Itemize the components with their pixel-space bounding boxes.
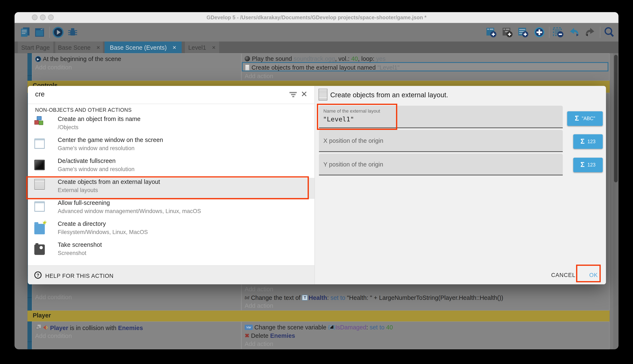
toolbar — [15, 23, 618, 42]
tab-label: Level1 — [188, 44, 206, 51]
game-window-icon — [34, 138, 45, 149]
ok-button[interactable]: OK — [589, 272, 598, 278]
debug-icon[interactable] — [67, 27, 78, 38]
external-layout-icon — [245, 64, 249, 70]
sigma-icon: Σ — [580, 161, 585, 169]
events-editor-icon[interactable] — [19, 27, 31, 38]
scrollbar-thumb[interactable] — [614, 55, 618, 182]
search-icon[interactable] — [604, 27, 615, 38]
tab-label: Start Page — [21, 44, 50, 51]
group-bar-player[interactable]: Player — [28, 310, 610, 322]
add-condition-link[interactable]: Add condition — [35, 332, 72, 339]
add-event-icon[interactable] — [486, 27, 497, 38]
toolbar-divider — [600, 27, 600, 38]
field-external-layout-name[interactable]: Name of the external layout "Level1" — [319, 106, 563, 128]
tab-label: Base Scene (Events) — [110, 44, 167, 51]
expression-builder-123-button[interactable]: Σ 123 — [573, 134, 602, 149]
event-action-change-text[interactable]: txtChange the text of THealth: set to "H… — [245, 294, 503, 301]
game-window-icon — [34, 201, 45, 212]
action-list: Create an object from its name /Objects … — [28, 115, 314, 262]
scene-editor-icon[interactable] — [34, 27, 45, 38]
event-action-create-external[interactable]: Create objects from the external layout … — [245, 63, 400, 71]
delete-cross-icon: ✖ — [245, 332, 249, 339]
scene-variable-icon — [330, 325, 334, 329]
list-item-create-directory[interactable]: ★ Create a directory Filesystem/Windows,… — [28, 220, 314, 241]
variable-icon: Var — [245, 324, 253, 330]
external-layout-icon — [34, 179, 45, 190]
add-action-link[interactable]: Add action — [245, 302, 273, 309]
tab-start-page[interactable]: Start Page — [18, 42, 53, 53]
list-item-allow-fullscreening[interactable]: Allow full-screening Advanced window man… — [28, 199, 314, 220]
list-item-create-from-external-layout[interactable]: Create objects from an external layout E… — [28, 178, 314, 199]
field-y-position[interactable]: Y position of the origin — [319, 154, 563, 176]
tab-level1[interactable]: Level1 ✕ — [185, 42, 219, 53]
sigma-icon: Σ — [580, 138, 585, 146]
tab-label: Base Scene — [58, 44, 91, 51]
toolbar-divider — [49, 27, 50, 38]
search-input[interactable]: cre — [35, 90, 45, 98]
toolbar-divider — [549, 27, 549, 38]
help-icon[interactable]: ? — [34, 272, 42, 279]
selected-action-row[interactable]: Create objects from the external layout … — [242, 62, 608, 71]
expression-builder-123-button[interactable]: Σ 123 — [573, 158, 602, 172]
tab-base-scene[interactable]: Base Scene ✕ — [55, 42, 103, 53]
action-list-panel: cre ✕ NON-OBJECTS AND OTHER ACTIONS Crea… — [28, 86, 314, 284]
add-comment-icon[interactable] — [518, 27, 529, 38]
add-subevent-icon[interactable] — [502, 27, 513, 38]
play-icon[interactable] — [53, 27, 64, 38]
add-condition-link[interactable]: Add condition — [35, 294, 72, 300]
dialog-footer: ? HELP FOR THIS ACTION — [28, 266, 314, 284]
begin-scene-icon: ▶ — [35, 56, 41, 62]
event-action-delete[interactable]: ✖Delete Enemies — [245, 332, 295, 339]
add-action-link[interactable]: Add action — [245, 72, 273, 80]
dialog-actions: CANCEL OK — [551, 272, 598, 278]
tab-close-icon[interactable]: ✕ — [96, 45, 100, 50]
tab-close-icon[interactable]: ✕ — [172, 45, 176, 50]
txt-icon: txt — [245, 295, 249, 300]
screenshot-stage: GDevelop 5 - /Users/dkarakay/Documents/G… — [0, 0, 633, 364]
add-action-link[interactable]: Add action — [245, 286, 273, 292]
filter-icon[interactable] — [289, 92, 297, 98]
field-x-position[interactable]: X position of the origin — [319, 130, 563, 152]
folder-icon: ★ — [34, 224, 45, 234]
undo-icon[interactable] — [569, 27, 580, 38]
list-item-fullscreen[interactable]: De/activate fullscreen Game's window and… — [28, 157, 314, 178]
sigma-icon: Σ — [575, 114, 579, 122]
list-item-take-screenshot[interactable]: Take screenshot Screenshot — [28, 241, 314, 262]
add-action-link[interactable]: Add action — [245, 340, 273, 347]
action-chooser-dialog: cre ✕ NON-OBJECTS AND OTHER ACTIONS Crea… — [28, 86, 606, 284]
action-config-panel: Create objects from an external layout. … — [314, 86, 606, 284]
panel-title: Create objects from an external layout. — [330, 91, 448, 99]
collision-icon — [42, 324, 48, 330]
add-new-icon[interactable] — [534, 27, 545, 38]
titlebar: GDevelop 5 - /Users/dkarakay/Documents/G… — [15, 12, 618, 23]
speaker-icon — [245, 56, 250, 61]
add-condition-link[interactable]: Add condition — [35, 64, 72, 71]
camera-icon — [34, 244, 45, 255]
objects-cubes-icon — [34, 116, 45, 127]
close-icon[interactable]: ✕ — [301, 89, 307, 99]
objects-pair-icon — [36, 326, 39, 330]
text-object-icon: T — [302, 295, 308, 300]
cancel-button[interactable]: CANCEL — [551, 272, 575, 278]
external-layout-icon — [319, 89, 328, 100]
fullscreen-icon — [34, 160, 45, 170]
redo-icon[interactable] — [584, 27, 595, 38]
search-bar[interactable]: cre ✕ — [28, 86, 314, 104]
tab-close-icon[interactable]: ✕ — [212, 45, 216, 50]
window-title: GDevelop 5 - /Users/dkarakay/Documents/G… — [15, 14, 618, 20]
tabbar: Start Page Base Scene ✕ Base Scene (Even… — [15, 42, 618, 53]
tab-base-scene-events[interactable]: Base Scene (Events) ✕ — [105, 42, 182, 53]
expression-builder-abc-button[interactable]: Σ "ABC" — [567, 111, 603, 126]
event-action-change-variable[interactable]: VarChange the scene variable {}IsDamaged… — [245, 323, 393, 331]
event-action-play-sound[interactable]: Play the sound soundtrack.ogg, vol.: 40,… — [245, 54, 386, 62]
event-condition-collision[interactable]: Player is in collision with Enemies — [35, 324, 143, 332]
list-item-create-object[interactable]: Create an object from its name /Objects — [28, 115, 314, 136]
section-header: NON-OBJECTS AND OTHER ACTIONS — [35, 107, 132, 113]
delete-event-icon[interactable] — [553, 27, 564, 38]
help-link[interactable]: HELP FOR THIS ACTION — [45, 272, 114, 279]
list-item-center-window[interactable]: Center the game window on the screen Gam… — [28, 136, 314, 157]
scrollbar[interactable] — [613, 53, 618, 349]
event-condition-row[interactable]: ▶At the beginning of the scene — [35, 55, 121, 62]
